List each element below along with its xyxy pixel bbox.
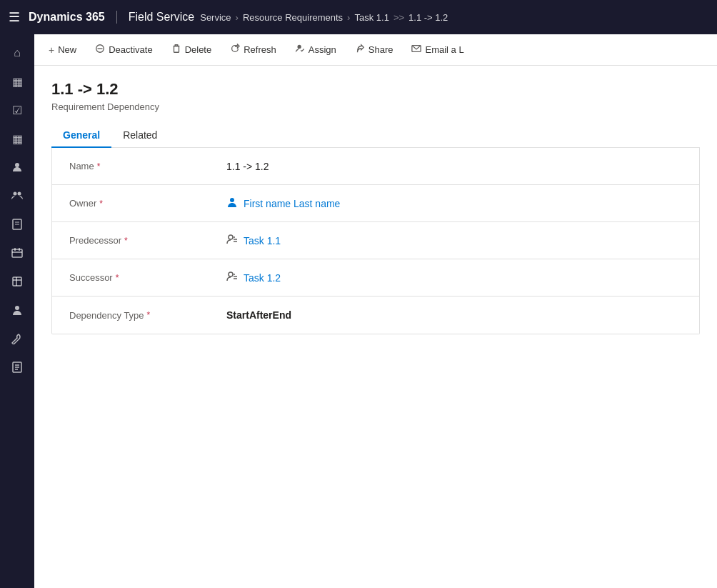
share-label: Share xyxy=(368,44,393,55)
predecessor-icon xyxy=(226,234,238,247)
assign-label: Assign xyxy=(309,44,336,55)
sidebar-icon-users[interactable] xyxy=(4,154,30,180)
owner-name: First name Last name xyxy=(244,198,340,209)
breadcrumb-current: 1.1 -> 1.2 xyxy=(408,12,448,23)
new-button[interactable]: + New xyxy=(40,40,85,60)
main-layout: ⌂ ▦ ☑ ▦ xyxy=(0,34,717,588)
form-row-dependency-type: Dependency Type * StartAfterEnd xyxy=(52,297,699,334)
svg-point-13 xyxy=(15,306,19,310)
dependency-type-text: StartAfterEnd xyxy=(226,309,291,321)
sidebar-icon-dashboard[interactable]: ▦ xyxy=(4,69,30,94)
top-nav: ☰ Dynamics 365 Field Service Service › R… xyxy=(0,0,717,34)
predecessor-value[interactable]: Task 1.1 xyxy=(226,234,281,247)
owner-user-icon xyxy=(226,196,238,211)
dependency-type-value: StartAfterEnd xyxy=(226,309,291,321)
predecessor-label: Predecessor * xyxy=(69,235,226,246)
successor-name: Task 1.2 xyxy=(244,272,281,284)
app-name: Field Service xyxy=(116,11,194,24)
form-row-predecessor: Predecessor * xyxy=(52,222,699,259)
predecessor-required: * xyxy=(124,236,128,246)
sidebar-icon-team[interactable] xyxy=(4,183,30,209)
successor-required: * xyxy=(116,273,119,283)
successor-label: Successor * xyxy=(69,272,226,283)
sidebar: ⌂ ▦ ☑ ▦ xyxy=(0,34,34,588)
tab-related[interactable]: Related xyxy=(111,124,169,148)
delete-icon xyxy=(171,44,181,56)
sidebar-icon-schedule[interactable] xyxy=(4,240,30,266)
svg-point-21 xyxy=(297,45,301,49)
form-section: Name * 1.1 -> 1.2 Owner * xyxy=(51,148,700,334)
tabs: General Related xyxy=(51,124,700,148)
owner-label: Owner * xyxy=(69,198,226,209)
share-button[interactable]: Share xyxy=(346,39,402,60)
successor-value[interactable]: Task 1.2 xyxy=(226,271,281,284)
email-button[interactable]: Email a L xyxy=(403,39,472,60)
brand-name: Dynamics 365 xyxy=(29,11,105,24)
delete-label: Delete xyxy=(185,44,212,55)
sidebar-icon-tasks[interactable]: ☑ xyxy=(4,97,30,123)
sidebar-icon-tools[interactable] xyxy=(4,326,30,352)
command-bar: + New Deactivate xyxy=(34,34,717,66)
deactivate-icon xyxy=(95,44,105,56)
breadcrumb-sep1: › xyxy=(236,12,239,23)
sidebar-icon-inventory[interactable] xyxy=(4,269,30,294)
svg-point-24 xyxy=(229,235,233,239)
hamburger-menu[interactable]: ☰ xyxy=(9,9,20,25)
name-required: * xyxy=(97,161,101,171)
sidebar-icon-calendar[interactable]: ▦ xyxy=(4,126,30,151)
form-row-owner: Owner * First name Last name xyxy=(52,185,699,222)
name-value: 1.1 -> 1.2 xyxy=(226,161,269,172)
breadcrumb-sep3: >> xyxy=(393,12,404,23)
dependency-type-required: * xyxy=(147,310,151,320)
breadcrumb: Service › Resource Requirements › Task 1… xyxy=(200,12,448,23)
content-area: + New Deactivate xyxy=(34,34,717,588)
email-icon xyxy=(411,44,421,56)
record-subtitle: Requirement Dependency xyxy=(51,101,700,112)
new-label: New xyxy=(58,44,76,55)
svg-rect-6 xyxy=(12,249,22,257)
assign-icon xyxy=(295,44,305,56)
predecessor-name: Task 1.1 xyxy=(244,235,281,246)
sidebar-icon-person[interactable] xyxy=(4,297,30,323)
delete-button[interactable]: Delete xyxy=(163,39,221,60)
dependency-type-label: Dependency Type * xyxy=(69,310,226,321)
refresh-icon xyxy=(230,44,240,56)
email-label: Email a L xyxy=(425,44,463,55)
svg-point-1 xyxy=(14,192,17,196)
svg-point-28 xyxy=(229,272,233,276)
successor-icon xyxy=(226,271,238,284)
owner-required: * xyxy=(99,199,103,209)
svg-rect-10 xyxy=(13,277,21,286)
refresh-button[interactable]: Refresh xyxy=(221,39,285,60)
breadcrumb-task11[interactable]: Task 1.1 xyxy=(354,12,388,23)
new-icon: + xyxy=(49,44,54,56)
svg-point-23 xyxy=(230,198,234,202)
sidebar-icon-reports[interactable] xyxy=(4,354,30,380)
deactivate-label: Deactivate xyxy=(109,44,152,55)
breadcrumb-service[interactable]: Service xyxy=(200,12,231,23)
sidebar-icon-contacts[interactable] xyxy=(4,211,30,237)
share-icon xyxy=(355,44,365,56)
tab-general[interactable]: General xyxy=(51,124,111,148)
deactivate-button[interactable]: Deactivate xyxy=(86,39,161,60)
owner-value[interactable]: First name Last name xyxy=(226,196,340,211)
svg-point-2 xyxy=(18,192,21,196)
breadcrumb-sep2: › xyxy=(347,12,350,23)
assign-button[interactable]: Assign xyxy=(286,39,345,60)
page-content: 1.1 -> 1.2 Requirement Dependency Genera… xyxy=(34,66,717,588)
record-title: 1.1 -> 1.2 xyxy=(51,80,700,99)
refresh-label: Refresh xyxy=(244,44,276,55)
form-row-name: Name * 1.1 -> 1.2 xyxy=(52,148,699,185)
svg-point-0 xyxy=(15,163,19,167)
form-row-successor: Successor * T xyxy=(52,259,699,297)
name-label: Name * xyxy=(69,161,226,171)
breadcrumb-resource-requirements[interactable]: Resource Requirements xyxy=(243,12,343,23)
sidebar-icon-home[interactable]: ⌂ xyxy=(4,40,30,66)
svg-rect-20 xyxy=(174,46,179,53)
